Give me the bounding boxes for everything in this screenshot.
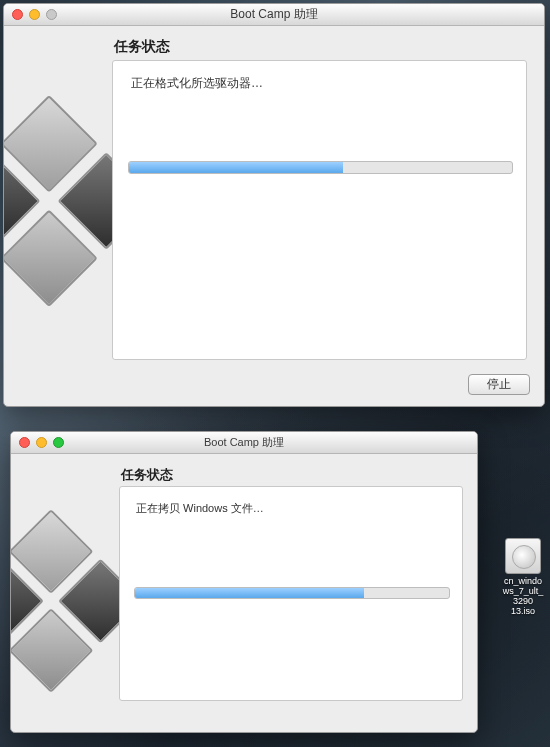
titlebar[interactable]: Boot Camp 助理	[4, 4, 544, 26]
stop-button[interactable]: 停止	[468, 374, 530, 395]
progress-bar	[128, 161, 513, 174]
titlebar[interactable]: Boot Camp 助理	[11, 432, 477, 454]
progress-fill	[129, 162, 343, 173]
close-icon[interactable]	[12, 9, 23, 20]
task-heading: 任务状态	[121, 466, 173, 484]
window-body: 任务状态 正在格式化所选驱动器… 停止	[4, 26, 544, 406]
close-icon[interactable]	[19, 437, 30, 448]
window-title: Boot Camp 助理	[4, 6, 544, 23]
window-title: Boot Camp 助理	[11, 435, 477, 450]
traffic-lights	[4, 9, 57, 20]
bootcamp-window-1: Boot Camp 助理 任务状态 正在格式化所选驱动器… 停止	[3, 3, 545, 407]
zoom-icon[interactable]	[53, 437, 64, 448]
status-text: 正在拷贝 Windows 文件…	[136, 501, 264, 516]
minimize-icon[interactable]	[29, 9, 40, 20]
progress-bar	[134, 587, 450, 599]
traffic-lights	[11, 437, 64, 448]
minimize-icon[interactable]	[36, 437, 47, 448]
window-body: 任务状态 正在拷贝 Windows 文件…	[11, 454, 477, 732]
progress-fill	[135, 588, 364, 598]
content-panel: 正在格式化所选驱动器…	[112, 60, 527, 360]
task-heading: 任务状态	[114, 38, 170, 56]
desktop-iso-file[interactable]: cn_windows_7_ult_3290 13.iso	[502, 538, 544, 617]
content-panel: 正在拷贝 Windows 文件…	[119, 486, 463, 701]
disk-image-icon	[505, 538, 541, 574]
bootcamp-window-2: Boot Camp 助理 任务状态 正在拷贝 Windows 文件…	[10, 431, 478, 733]
zoom-icon	[46, 9, 57, 20]
file-label: cn_windows_7_ult_3290 13.iso	[502, 577, 544, 617]
status-text: 正在格式化所选驱动器…	[131, 75, 263, 92]
